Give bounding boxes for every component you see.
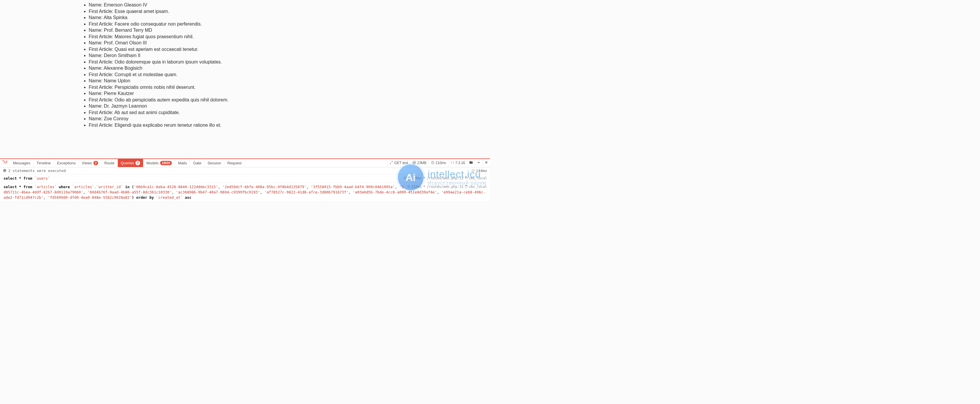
debugbar-tabs: Messages Timeline Exceptions Views2 Rout… xyxy=(10,159,245,167)
tab-timeline[interactable]: Timeline xyxy=(33,159,54,167)
list-item: Name: Zoe Conroy xyxy=(89,115,490,122)
folder-icon xyxy=(469,161,473,165)
query-sql: select * from `users` xyxy=(3,176,50,180)
info-icon xyxy=(3,169,6,172)
stat-value: 210ms xyxy=(436,161,446,165)
svg-rect-3 xyxy=(5,170,5,171)
tab-label: Views xyxy=(82,161,92,165)
list-item: Name: Prof. Omari Olson III xyxy=(89,40,490,46)
tab-route[interactable]: Route xyxy=(101,159,118,167)
content-list: Name: Emerson Gleason IVFirst Article: E… xyxy=(0,2,490,128)
tab-gate[interactable]: Gate xyxy=(190,159,204,167)
clock-icon xyxy=(431,161,434,165)
query-location: /routes/web.php:31 xyxy=(427,184,464,189)
tab-label: Request xyxy=(228,161,242,165)
queries-panel: 2 statements were executed 144ms 11.29ms… xyxy=(0,167,490,202)
tab-session[interactable]: Session xyxy=(204,159,224,167)
list-item: Name: Pierre Kautzer xyxy=(89,90,490,97)
debugbar: Messages Timeline Exceptions Views2 Rout… xyxy=(0,158,490,202)
query-row[interactable]: 11.29ms/routes/web.php:31cms_localselect… xyxy=(0,174,490,183)
stat-value: 23MB xyxy=(417,161,426,165)
debugbar-right-stats: GET test 23MB 210ms 7.3.16 xyxy=(387,159,490,167)
panel-header-time-value: 144ms xyxy=(476,168,487,173)
tab-label: Route xyxy=(104,161,115,165)
panel-header-text: 2 statements were executed xyxy=(8,168,66,173)
svg-point-9 xyxy=(465,185,467,186)
tab-label: Mails xyxy=(178,161,187,165)
tab-label: Gate xyxy=(193,161,201,165)
tab-views[interactable]: Views2 xyxy=(79,159,101,167)
list-item: First Article: Perspiciatis omnis nobis … xyxy=(89,84,490,91)
clock-icon xyxy=(407,184,410,189)
query-row[interactable]: 132ms/routes/web.php:31cms_localselect *… xyxy=(0,183,490,202)
panel-header-time: 144ms xyxy=(471,168,487,173)
models-badge: 10010 xyxy=(160,161,172,165)
stat-value: 7.3.16 xyxy=(455,161,465,165)
list-item: First Article: Maiores fugiat quos praes… xyxy=(89,34,490,40)
code-icon xyxy=(451,161,454,165)
query-meta: 11.29ms/routes/web.php:31cms_local xyxy=(400,176,487,181)
laravel-logo-icon[interactable] xyxy=(0,159,10,167)
svg-point-7 xyxy=(465,176,467,177)
page-content: Name: Emerson Gleason IVFirst Article: E… xyxy=(0,0,490,158)
stat-memory[interactable]: 23MB xyxy=(410,159,428,167)
tab-label: Session xyxy=(207,161,221,165)
tab-label: Messages xyxy=(13,161,30,165)
list-item: Name: Deron Smitham II xyxy=(89,52,490,59)
query-time: 132ms xyxy=(411,184,422,189)
views-badge: 2 xyxy=(94,161,98,165)
share-icon xyxy=(390,161,393,165)
clock-icon xyxy=(403,176,406,181)
debugbar-tabs-row: Messages Timeline Exceptions Views2 Rout… xyxy=(0,159,490,167)
list-item: First Article: Eligendi quia explicabo r… xyxy=(89,122,490,128)
minimize-button[interactable] xyxy=(475,159,482,167)
tab-models[interactable]: Models10010 xyxy=(143,159,175,167)
pin-icon xyxy=(423,184,426,189)
query-location: /routes/web.php:31 xyxy=(427,176,464,181)
list-item: Name: Prof. Bernard Terry MD xyxy=(89,27,490,34)
stat-time[interactable]: 210ms xyxy=(429,159,448,167)
stat-php-version[interactable]: 7.3.16 xyxy=(448,159,467,167)
tab-label: Exceptions xyxy=(57,161,76,165)
list-item: First Article: Odio doloremque quia in l… xyxy=(89,59,490,65)
database-icon xyxy=(465,176,468,181)
query-time: 11.29ms xyxy=(407,176,422,181)
tab-label: Timeline xyxy=(37,161,51,165)
tab-label: Models xyxy=(146,161,159,165)
pin-icon xyxy=(423,176,426,181)
list-item: First Article: Ab aut sed aut animi cupi… xyxy=(89,109,490,116)
list-item: First Article: Facere odio consequatur n… xyxy=(89,21,490,27)
list-item: First Article: Odio ab perspiciatis aute… xyxy=(89,97,490,103)
close-icon xyxy=(484,161,488,165)
tab-queries[interactable]: Queries2 xyxy=(118,159,144,167)
chevron-down-icon xyxy=(477,161,480,165)
list-item: Name: Dr. Jazmyn Leannon xyxy=(89,103,490,109)
stat-value: GET test xyxy=(394,161,408,165)
stat-route[interactable]: GET test xyxy=(387,159,410,167)
tab-messages[interactable]: Messages xyxy=(10,159,33,167)
tab-mails[interactable]: Mails xyxy=(175,159,190,167)
svg-point-0 xyxy=(414,162,415,163)
list-item: Name: Name Upton xyxy=(89,78,490,84)
tab-exceptions[interactable]: Exceptions xyxy=(54,159,79,167)
query-db: cms_local xyxy=(469,184,487,189)
list-item: Name: Alexanne Bogisich xyxy=(89,65,490,72)
query-db: cms_local xyxy=(469,176,487,181)
list-item: Name: Alta Spinka xyxy=(89,14,490,21)
queries-badge: 2 xyxy=(135,161,140,165)
tab-label: Queries xyxy=(121,161,134,165)
folder-button[interactable] xyxy=(467,159,475,167)
list-item: First Article: Quasi est aperiam est occ… xyxy=(89,46,490,53)
close-button[interactable] xyxy=(482,159,490,167)
panel-header: 2 statements were executed 144ms xyxy=(0,167,490,174)
list-item: Name: Emerson Gleason IV xyxy=(89,2,490,8)
gear-icon xyxy=(412,161,416,165)
database-icon xyxy=(465,184,468,189)
query-meta: 132ms/routes/web.php:31cms_local xyxy=(404,184,487,189)
list-item: First Article: Corrupti et ut molestiae … xyxy=(89,72,490,78)
list-item: First Article: Esse quaerat amet ipsam. xyxy=(89,8,490,15)
tab-request[interactable]: Request xyxy=(224,159,245,167)
